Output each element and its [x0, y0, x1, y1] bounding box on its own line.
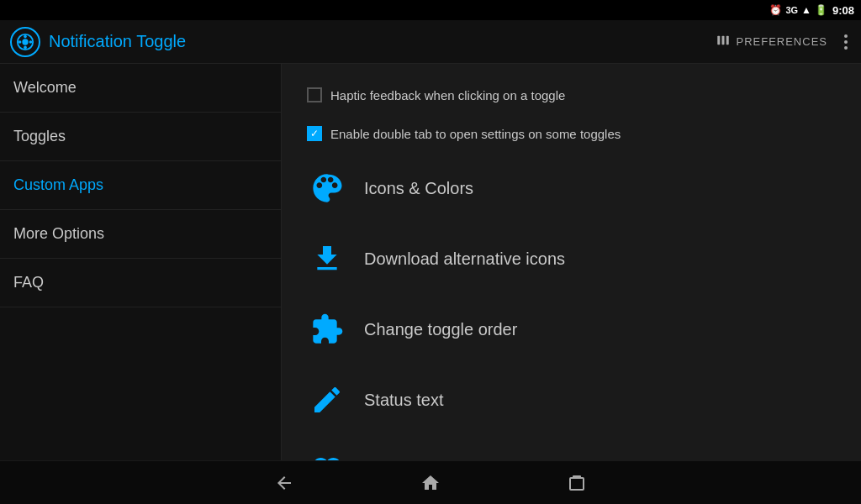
- preferences-button[interactable]: PREFERENCES: [716, 33, 827, 51]
- sidebar-item-custom-apps[interactable]: Custom Apps: [0, 161, 281, 210]
- double-tab-row: ✓ Enable double tab to open settings on …: [307, 119, 836, 148]
- status-time: 9:08: [832, 4, 854, 17]
- nav-bar: [0, 460, 861, 504]
- svg-point-5: [29, 40, 33, 44]
- home-button[interactable]: [420, 473, 441, 493]
- svg-rect-8: [726, 35, 729, 45]
- double-tab-checkbox[interactable]: ✓: [307, 126, 322, 141]
- main-content: Welcome Toggles Custom Apps More Options…: [0, 64, 861, 460]
- icons-colors-item[interactable]: Icons & Colors: [307, 158, 836, 218]
- palette-icon: [307, 168, 347, 208]
- preferences-label: PREFERENCES: [736, 35, 827, 48]
- premium-item[interactable]: Premium features: [307, 440, 836, 460]
- svg-point-4: [18, 40, 22, 44]
- signal-icon: ▲: [801, 4, 811, 16]
- back-button[interactable]: [274, 473, 294, 493]
- status-icons: ⏰ 3G ▲ 🔋: [769, 4, 827, 16]
- toolbar: Notification Toggle PREFERENCES: [0, 20, 861, 64]
- status-text-label: Status text: [364, 391, 444, 410]
- svg-rect-9: [570, 478, 584, 490]
- sidebar-item-faq[interactable]: FAQ: [0, 259, 281, 307]
- network-icon: 3G: [785, 5, 798, 15]
- svg-rect-10: [573, 475, 581, 479]
- haptic-feedback-label: Haptic feedback when clicking on a toggl…: [330, 88, 565, 102]
- svg-point-2: [24, 34, 27, 38]
- icons-colors-label: Icons & Colors: [364, 179, 473, 198]
- toolbar-actions: PREFERENCES: [716, 31, 851, 53]
- puzzle-icon: [307, 309, 347, 349]
- sidebar: Welcome Toggles Custom Apps More Options…: [0, 64, 282, 460]
- download-icon: [307, 239, 347, 279]
- sidebar-item-more-options[interactable]: More Options: [0, 210, 281, 259]
- toggle-order-item[interactable]: Change toggle order: [307, 299, 836, 360]
- battery-icon: 🔋: [815, 4, 827, 16]
- more-dot-3: [844, 46, 848, 50]
- status-bar: ⏰ 3G ▲ 🔋 9:08: [0, 0, 861, 20]
- more-dot-1: [844, 34, 848, 38]
- double-tab-label: Enable double tab to open settings on so…: [330, 127, 621, 141]
- svg-point-1: [22, 39, 28, 45]
- download-icons-label: Download alternative icons: [364, 249, 565, 269]
- svg-rect-6: [718, 35, 721, 45]
- preferences-icon: [716, 33, 731, 51]
- more-dot-2: [844, 40, 848, 44]
- content-area: Haptic feedback when clicking on a toggl…: [282, 64, 861, 460]
- alarm-icon: ⏰: [769, 4, 782, 16]
- sidebar-item-toggles[interactable]: Toggles: [0, 113, 281, 161]
- svg-rect-7: [722, 35, 725, 45]
- haptic-feedback-row: Haptic feedback when clicking on a toggl…: [307, 81, 836, 109]
- app-title: Notification Toggle: [49, 32, 716, 51]
- download-icons-item[interactable]: Download alternative icons: [307, 228, 836, 289]
- edit-icon: [307, 380, 347, 420]
- sidebar-item-welcome[interactable]: Welcome: [0, 64, 281, 113]
- status-text-item[interactable]: Status text: [307, 370, 836, 430]
- haptic-feedback-checkbox[interactable]: [307, 87, 322, 102]
- recents-button[interactable]: [567, 473, 587, 493]
- app-logo: [10, 27, 40, 57]
- svg-point-3: [24, 45, 27, 49]
- more-options-button[interactable]: [841, 31, 851, 53]
- heart-icon: [307, 450, 347, 460]
- toggle-order-label: Change toggle order: [364, 320, 517, 339]
